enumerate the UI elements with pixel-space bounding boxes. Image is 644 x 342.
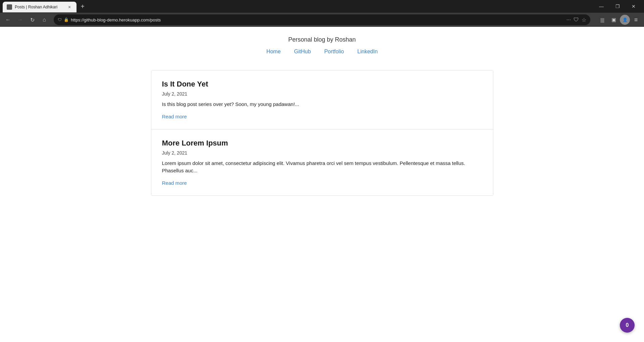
- read-more-link[interactable]: Read more: [162, 114, 187, 119]
- tab-bar: Posts | Roshan Adhikari × + — ❐ ✕: [0, 0, 644, 13]
- post-date: July 2, 2021: [162, 150, 482, 156]
- tab-title: Posts | Roshan Adhikari: [15, 5, 64, 9]
- tab-close-button[interactable]: ×: [66, 4, 72, 10]
- read-more-link[interactable]: Read more: [162, 180, 187, 186]
- post-title: More Lorem Ipsum: [162, 139, 482, 148]
- nav-portfolio[interactable]: Portfolio: [324, 49, 344, 55]
- minimize-button[interactable]: —: [594, 0, 609, 13]
- shield-icon: 🛡: [58, 17, 62, 22]
- new-tab-button[interactable]: +: [78, 2, 87, 11]
- site-header: Personal blog by Roshan Home GitHub Port…: [0, 27, 644, 70]
- lock-icon: 🔒: [64, 17, 69, 22]
- account-button[interactable]: 👤: [620, 15, 630, 25]
- address-bar-actions: ··· 🛡 ☆: [566, 17, 586, 23]
- post-excerpt: Is this blog post series over yet? Soon,…: [162, 101, 482, 108]
- menu-button[interactable]: ≡: [631, 14, 641, 25]
- floating-badge[interactable]: 0: [620, 318, 635, 333]
- more-options-icon[interactable]: ···: [566, 17, 571, 23]
- post-item: More Lorem Ipsum July 2, 2021 Lorem ipsu…: [151, 129, 493, 195]
- post-excerpt: Lorem ipsum dolor sit amet, consectetur …: [162, 160, 482, 175]
- site-nav: Home GitHub Portfolio LinkedIn: [0, 43, 644, 60]
- home-button[interactable]: ⌂: [39, 14, 50, 25]
- maximize-button[interactable]: ❐: [610, 0, 625, 13]
- shield-action-icon[interactable]: 🛡: [574, 17, 579, 23]
- back-button[interactable]: ←: [3, 14, 13, 25]
- bookmark-icon[interactable]: ☆: [582, 17, 586, 23]
- nav-github[interactable]: GitHub: [294, 49, 311, 55]
- reload-button[interactable]: ↻: [27, 14, 38, 25]
- address-bar[interactable]: [71, 17, 562, 22]
- posts-card: Is It Done Yet July 2, 2021 Is this blog…: [151, 70, 493, 196]
- nav-linkedin[interactable]: LinkedIn: [357, 49, 378, 55]
- post-title: Is It Done Yet: [162, 80, 482, 89]
- post-item: Is It Done Yet July 2, 2021 Is this blog…: [151, 70, 493, 129]
- close-button[interactable]: ✕: [626, 0, 641, 13]
- active-tab[interactable]: Posts | Roshan Adhikari ×: [3, 2, 77, 12]
- posts-container: Is It Done Yet July 2, 2021 Is this blog…: [111, 70, 534, 196]
- post-date: July 2, 2021: [162, 91, 482, 97]
- library-button[interactable]: |||: [597, 14, 608, 25]
- nav-bar: ← → ↻ ⌂ 🛡 🔒 ··· 🛡 ☆ ||| ▣ 👤 ≡: [0, 13, 644, 27]
- page-content: Personal blog by Roshan Home GitHub Port…: [0, 27, 644, 342]
- site-title: Personal blog by Roshan: [0, 36, 644, 43]
- browser-toolbar-right: ||| ▣ 👤 ≡: [597, 14, 641, 25]
- nav-home[interactable]: Home: [266, 49, 281, 55]
- tab-favicon: [7, 4, 12, 10]
- address-bar-container: 🛡 🔒 ··· 🛡 ☆: [54, 14, 590, 25]
- browser-chrome: Posts | Roshan Adhikari × + — ❐ ✕ ← → ↻ …: [0, 0, 644, 27]
- forward-button[interactable]: →: [15, 14, 26, 25]
- window-controls: — ❐ ✕: [594, 0, 641, 13]
- sidebar-button[interactable]: ▣: [608, 14, 619, 25]
